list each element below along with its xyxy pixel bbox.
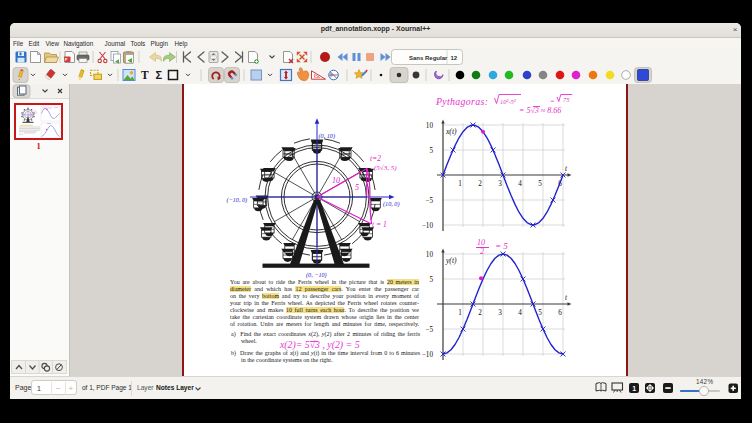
svg-text:12: 12 xyxy=(451,55,458,61)
svg-text:10: 10 xyxy=(332,176,340,185)
svg-text:t=2: t=2 xyxy=(370,154,381,163)
svg-text:Pythagoras:: Pythagoras: xyxy=(435,96,488,107)
svg-text:5: 5 xyxy=(538,309,542,317)
svg-text:(10, 0): (10, 0) xyxy=(383,200,400,208)
svg-text:3: 3 xyxy=(498,309,502,317)
svg-text:10: 10 xyxy=(477,238,485,247)
svg-text:10: 10 xyxy=(426,251,434,259)
svg-text:75: 75 xyxy=(563,96,570,103)
svg-text:=: = xyxy=(550,97,555,105)
svg-text:P: P xyxy=(65,57,68,62)
svg-text:(5√3, 5): (5√3, 5) xyxy=(374,164,397,172)
svg-text:−5: −5 xyxy=(425,197,433,205)
svg-text:5: 5 xyxy=(538,180,542,188)
svg-text:= 5√3 ≈ 8.66: = 5√3 ≈ 8.66 xyxy=(519,106,561,115)
svg-text:x(t): x(t) xyxy=(445,127,457,136)
svg-text:Sans Regular: Sans Regular xyxy=(409,55,448,61)
svg-text:5: 5 xyxy=(429,147,433,155)
svg-text:1: 1 xyxy=(458,180,462,188)
svg-text:2: 2 xyxy=(480,247,484,256)
svg-text:= 5: = 5 xyxy=(495,241,508,251)
svg-text:(−10, 0): (−10, 0) xyxy=(227,196,248,204)
svg-text:142%: 142% xyxy=(696,377,713,384)
svg-text:4: 4 xyxy=(518,309,522,317)
svg-text:1: 1 xyxy=(632,384,636,391)
svg-text:2: 2 xyxy=(478,309,482,317)
svg-text:5: 5 xyxy=(355,183,359,192)
svg-text:−5: −5 xyxy=(425,326,433,334)
svg-text:10²-5²: 10²-5² xyxy=(500,98,517,105)
svg-text:−10: −10 xyxy=(422,351,434,359)
svg-text:4: 4 xyxy=(518,180,522,188)
svg-text:Σ: Σ xyxy=(156,69,163,81)
svg-text:−10: −10 xyxy=(422,222,434,230)
svg-text:t = 1: t = 1 xyxy=(372,220,387,229)
svg-text:y(t): y(t) xyxy=(445,256,457,265)
svg-text:5: 5 xyxy=(429,276,433,284)
svg-text:1: 1 xyxy=(458,309,462,317)
svg-text:2: 2 xyxy=(478,180,482,188)
svg-text:(0, 10): (0, 10) xyxy=(319,132,336,140)
svg-text:6: 6 xyxy=(558,309,562,317)
svg-text:t: t xyxy=(565,294,568,302)
svg-text:3: 3 xyxy=(498,180,502,188)
svg-text:t: t xyxy=(565,165,568,173)
svg-text:T: T xyxy=(141,69,149,81)
svg-text:10: 10 xyxy=(426,122,434,130)
